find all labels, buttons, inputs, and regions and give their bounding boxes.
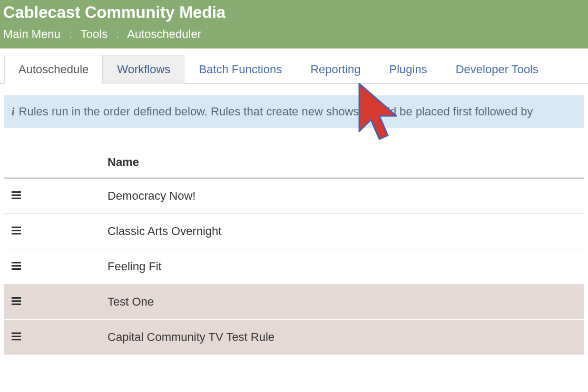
tab-batch-functions[interactable]: Batch Functions [184, 55, 296, 84]
table-row[interactable]: Democracy Now! [4, 179, 584, 214]
tab-reporting[interactable]: Reporting [296, 55, 375, 84]
drag-handle-icon[interactable] [12, 297, 21, 306]
breadcrumb-sep: : [111, 27, 124, 41]
info-text: Rules run in the order defined below. Ru… [19, 105, 533, 119]
info-banner: i Rules run in the order defined below. … [4, 95, 584, 128]
drag-handle-icon[interactable] [12, 191, 21, 200]
tab-workflows[interactable]: Workflows [103, 55, 184, 84]
breadcrumb-item[interactable]: Tools [81, 27, 107, 41]
tab-developer-tools[interactable]: Developer Tools [442, 55, 553, 84]
table-row[interactable]: Feeling Fit [4, 249, 584, 285]
breadcrumb-item[interactable]: Autoscheduler [127, 27, 201, 41]
rule-name[interactable]: Test One [107, 295, 584, 309]
table-row[interactable]: Capital Community TV Test Rule [4, 320, 584, 355]
drag-handle-icon[interactable] [12, 227, 21, 235]
rule-name[interactable]: Capital Community TV Test Rule [107, 330, 584, 344]
tab-bar: Autoschedule Workflows Batch Functions R… [0, 48, 588, 84]
breadcrumb-item[interactable]: Main Menu [3, 27, 61, 41]
info-icon: i [12, 106, 15, 118]
table-header: Name [4, 149, 584, 179]
breadcrumb-sep: : [64, 27, 77, 41]
tab-plugins[interactable]: Plugins [375, 55, 442, 84]
table-row[interactable]: Test One [4, 285, 584, 320]
breadcrumb: Main Menu : Tools : Autoscheduler [3, 27, 585, 41]
rules-table: Name Democracy Now! Classic Arts Overnig… [4, 149, 584, 355]
app-header: Cablecast Community Media Main Menu : To… [0, 0, 588, 48]
drag-handle-icon[interactable] [12, 262, 21, 270]
app-title: Cablecast Community Media [3, 3, 585, 22]
rule-name[interactable]: Democracy Now! [107, 189, 584, 203]
drag-handle-icon[interactable] [12, 332, 21, 341]
col-header-name[interactable]: Name [107, 155, 584, 169]
rule-name[interactable]: Classic Arts Overnight [107, 224, 584, 238]
table-row[interactable]: Classic Arts Overnight [4, 214, 584, 249]
tab-autoschedule[interactable]: Autoschedule [4, 55, 103, 84]
rule-name[interactable]: Feeling Fit [107, 260, 584, 273]
